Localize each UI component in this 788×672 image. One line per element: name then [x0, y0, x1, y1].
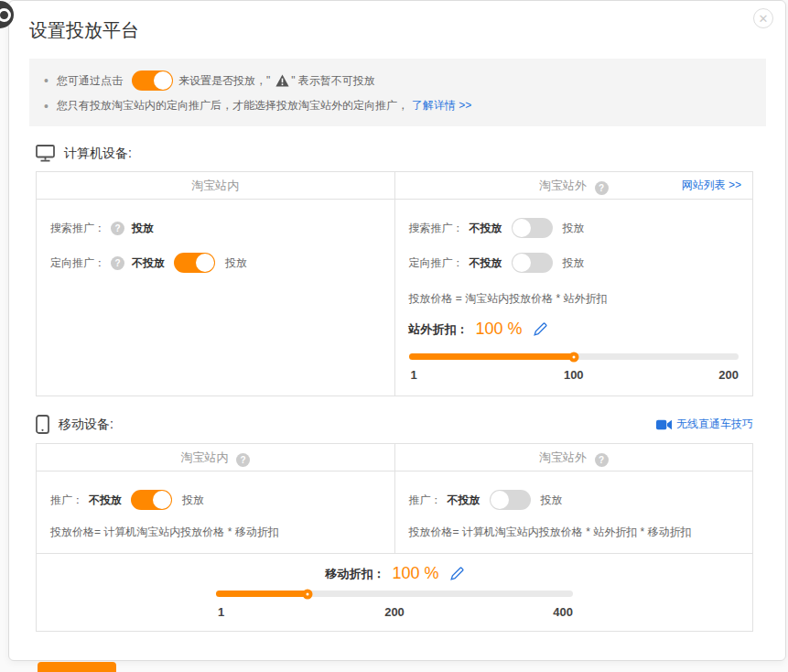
mobile-section-title: 移动设备: [59, 417, 113, 433]
col-header-label: 淘宝站外 [539, 450, 587, 464]
target-on-label: 投放 [225, 255, 247, 271]
notice-text: 来设置是否投放，" [178, 73, 270, 89]
mobile-discount-slider[interactable]: 1 200 400 [216, 591, 573, 620]
help-icon[interactable]: ? [236, 453, 250, 467]
toggle-knob [491, 491, 509, 509]
search-promo-label: 搜索推广： [50, 221, 105, 236]
mobile-section-header: 移动设备: 无线直通车技巧 [36, 415, 753, 434]
target-promo-label: 定向推广： [50, 255, 105, 271]
computer-offsite-cell: 搜索推广： 不投放 投放 定向推广： 不投放 投放 投放价格 = 淘宝站内投放价… [394, 200, 753, 396]
slider-handle[interactable] [568, 352, 578, 362]
promo-off-label: 不投放 [448, 493, 480, 508]
search-promo-label: 搜索推广： [409, 221, 464, 236]
edit-icon[interactable] [450, 567, 464, 580]
slider-track[interactable] [216, 591, 573, 597]
mobile-discount-value: 100 % [392, 564, 438, 583]
tick-min: 1 [218, 605, 224, 619]
toggle-knob [196, 254, 214, 272]
target-promo-label: 定向推广： [409, 255, 464, 271]
computer-table-header: 淘宝站内 淘宝站外 ? 网站列表 >> [37, 172, 752, 200]
computer-onsite-cell: 搜索推广： ? 投放 定向推广： ? 不投放 投放 [37, 200, 394, 396]
promo-label: 推广： [409, 493, 442, 508]
mobile-onsite-promo-toggle[interactable] [131, 490, 172, 510]
col-header-label: 淘宝站内 [191, 179, 239, 192]
slider-fill [409, 353, 574, 360]
toggle-knob [154, 71, 172, 90]
save-settings-button[interactable]: 保存设置 [38, 662, 116, 672]
learn-more-link[interactable]: 了解详情 >> [412, 98, 471, 114]
target-off-label: 不投放 [470, 255, 502, 271]
computer-table: 淘宝站内 淘宝站外 ? 网站列表 >> 搜索推广： ? 投放 定向推广： ? 不… [36, 171, 753, 396]
page-title: 设置投放平台 [29, 18, 765, 43]
close-icon[interactable]: ✕ [753, 8, 773, 28]
search-on-label: 投放 [563, 221, 585, 236]
mobile-discount-header: 移动折扣： 100 % [37, 564, 752, 583]
promo-off-label: 不投放 [89, 493, 122, 508]
mobile-offsite-formula: 投放价格= 计算机淘宝站内投放价格 * 站外折扣 * 移动折扣 [409, 525, 739, 540]
tick-max: 200 [718, 368, 739, 382]
notice-text: 您可通过点击 [57, 73, 123, 89]
notice-text: " 表示暂不可投放 [291, 73, 375, 89]
help-icon[interactable]: ? [111, 256, 124, 270]
tick-min: 1 [411, 368, 417, 382]
col-header-taobao-offsite: 淘宝站外 ? 网站列表 >> [394, 172, 753, 199]
search-off-label: 不投放 [470, 221, 502, 236]
promo-row: 推广： 不投放 投放 [50, 490, 381, 510]
col-header-taobao-onsite: 淘宝站内 ? [37, 444, 394, 471]
target-on-label: 投放 [563, 255, 585, 271]
mobile-discount-label: 移动折扣： [325, 566, 384, 582]
computer-icon [36, 145, 55, 162]
phone-icon [36, 415, 49, 434]
slider-fill [216, 591, 308, 597]
tick-mid: 100 [564, 368, 584, 382]
mobile-table: 淘宝站内 ? 淘宝站外 ? 推广： 不投放 投放 投放价格= 计算机淘宝站内投放… [36, 443, 753, 632]
target-promo-row: 定向推广： 不投放 投放 [409, 253, 739, 273]
bullet-dot: • [44, 73, 49, 88]
promo-on-label: 投放 [182, 493, 204, 508]
computer-offsite-target-toggle[interactable] [512, 253, 553, 273]
offsite-discount-slider[interactable]: 1 100 200 [409, 353, 739, 383]
video-camera-icon [656, 419, 672, 430]
col-header-label: 淘宝站内 [180, 450, 228, 464]
tick-max: 400 [553, 605, 573, 619]
mobile-table-header: 淘宝站内 ? 淘宝站外 ? [37, 444, 752, 471]
toggle-knob [153, 491, 171, 509]
bullet-dot: • [44, 99, 49, 114]
mobile-offsite-cell: 推广： 不投放 投放 投放价格= 计算机淘宝站内投放价格 * 站外折扣 * 移动… [394, 471, 753, 553]
help-icon[interactable]: ? [111, 222, 124, 235]
notice-text: 您只有投放淘宝站内的定向推广后，才能选择投放淘宝站外的定向推广， [57, 98, 408, 114]
target-promo-row: 定向推广： ? 不投放 投放 [50, 253, 381, 273]
offsite-discount-value: 100 % [476, 320, 523, 339]
demo-toggle[interactable] [132, 70, 173, 91]
computer-section-header: 计算机设备: [36, 145, 753, 162]
mobile-offsite-promo-toggle[interactable] [490, 490, 531, 510]
col-header-label: 淘宝站外 [539, 179, 587, 192]
wireless-tips-link[interactable]: 无线直通车技巧 [656, 417, 753, 432]
help-icon[interactable]: ? [595, 453, 609, 467]
mobile-onsite-formula: 投放价格= 计算机淘宝站内投放价格 * 移动折扣 [50, 525, 381, 540]
promo-on-label: 投放 [541, 493, 563, 508]
help-icon[interactable]: ? [595, 181, 609, 195]
warning-icon [275, 74, 289, 87]
tick-mid: 200 [384, 605, 405, 619]
offsite-price-formula: 投放价格 = 淘宝站内投放价格 * 站外折扣 [409, 291, 739, 307]
site-list-link[interactable]: 网站列表 >> [682, 172, 741, 199]
mobile-discount-row: 移动折扣： 100 % 1 200 400 [37, 553, 752, 631]
placement-settings-dialog: ✕ 设置投放平台 • 您可通过点击 来设置是否投放，" " 表示暂不可投放 • … [8, 0, 786, 661]
computer-offsite-search-toggle[interactable] [512, 218, 553, 238]
col-header-taobao-onsite: 淘宝站内 [37, 172, 394, 199]
notice-line-2: • 您只有投放淘宝站内的定向推广后，才能选择投放淘宝站外的定向推广， 了解详情 … [44, 94, 751, 117]
slider-handle[interactable] [302, 589, 312, 599]
offsite-discount-row: 站外折扣： 100 % [409, 320, 739, 339]
mobile-onsite-cell: 推广： 不投放 投放 投放价格= 计算机淘宝站内投放价格 * 移动折扣 [37, 471, 394, 553]
computer-onsite-target-toggle[interactable] [174, 253, 215, 273]
promo-row: 推广： 不投放 投放 [409, 490, 739, 510]
search-promo-row: 搜索推广： 不投放 投放 [409, 218, 739, 238]
search-promo-row: 搜索推广： ? 投放 [50, 218, 381, 238]
slider-track[interactable] [409, 353, 739, 360]
slider-ticks: 1 200 400 [216, 605, 573, 620]
computer-section-title: 计算机设备: [64, 146, 132, 162]
notice-line-1: • 您可通过点击 来设置是否投放，" " 表示暂不可投放 [44, 67, 751, 94]
edit-icon[interactable] [534, 322, 547, 336]
promo-label: 推广： [50, 493, 83, 508]
